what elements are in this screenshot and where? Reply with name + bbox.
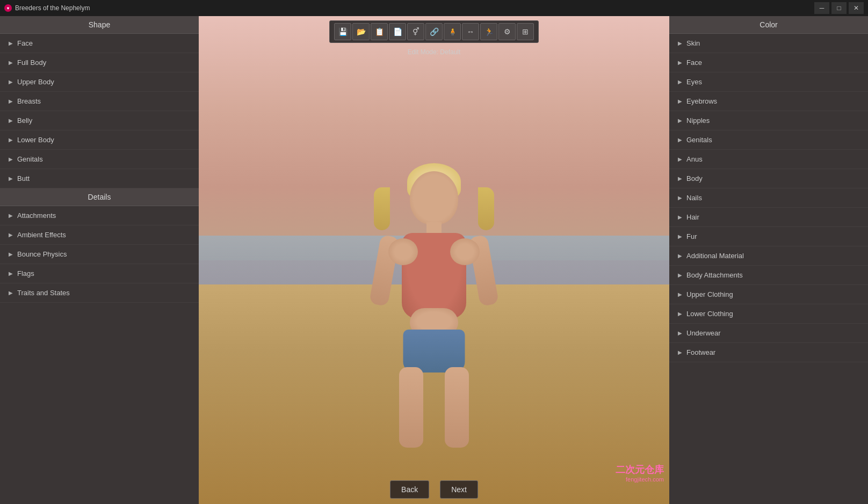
chevron-icon: ▶ bbox=[678, 291, 682, 297]
color-item-genitals-color[interactable]: ▶Genitals bbox=[669, 130, 868, 150]
shape-item-label: Full Body bbox=[17, 59, 46, 67]
chevron-icon: ▶ bbox=[9, 156, 13, 162]
color-item-upper-clothing[interactable]: ▶Upper Clothing bbox=[669, 285, 868, 304]
chevron-icon: ▶ bbox=[9, 251, 13, 257]
shape-item-face[interactable]: ▶Face bbox=[0, 34, 199, 53]
color-item-label: Eyes bbox=[686, 78, 702, 86]
main-layout: Shape ▶Face▶Full Body▶Upper Body▶Breasts… bbox=[0, 16, 868, 504]
shape-item-label: Genitals bbox=[17, 155, 43, 163]
chevron-icon: ▶ bbox=[9, 40, 13, 46]
color-item-label: Additional Material bbox=[686, 252, 744, 260]
chevron-icon: ▶ bbox=[9, 176, 13, 181]
color-item-face-color[interactable]: ▶Face bbox=[669, 53, 868, 72]
chevron-icon: ▶ bbox=[678, 311, 682, 317]
chevron-icon: ▶ bbox=[9, 232, 13, 238]
color-item-label: Body bbox=[686, 174, 703, 182]
shape-header: Shape bbox=[0, 16, 199, 34]
watermark: 二次元仓库 fengjitech.com bbox=[616, 463, 664, 483]
char-breast-left bbox=[388, 238, 418, 265]
color-item-label: Genitals bbox=[686, 136, 712, 144]
color-item-label: Footwear bbox=[686, 348, 715, 356]
close-button[interactable]: ✕ bbox=[849, 2, 864, 14]
color-item-underwear[interactable]: ▶Underwear bbox=[669, 324, 868, 343]
detail-item-label: Traits and States bbox=[17, 289, 70, 297]
chevron-icon: ▶ bbox=[678, 330, 682, 336]
shape-item-label: Belly bbox=[17, 116, 32, 125]
detail-item-attachments[interactable]: ▶Attachments bbox=[0, 206, 199, 225]
shape-item-genitals[interactable]: ▶Genitals bbox=[0, 150, 199, 169]
maximize-button[interactable]: □ bbox=[831, 2, 847, 14]
shape-item-butt[interactable]: ▶Butt bbox=[0, 169, 199, 188]
color-item-body[interactable]: ▶Body bbox=[669, 169, 868, 188]
chevron-icon: ▶ bbox=[678, 349, 682, 355]
chevron-icon: ▶ bbox=[9, 79, 13, 85]
shape-item-breasts[interactable]: ▶Breasts bbox=[0, 92, 199, 111]
chevron-icon: ▶ bbox=[9, 271, 13, 276]
chevron-icon: ▶ bbox=[9, 290, 13, 296]
color-item-label: Face bbox=[686, 59, 702, 67]
chevron-icon: ▶ bbox=[678, 60, 682, 65]
shape-item-lower-body[interactable]: ▶Lower Body bbox=[0, 130, 199, 150]
color-item-label: Upper Clothing bbox=[686, 290, 733, 298]
color-item-label: Nipples bbox=[686, 116, 710, 125]
chevron-icon: ▶ bbox=[678, 272, 682, 278]
color-item-label: Nails bbox=[686, 194, 702, 202]
char-shorts bbox=[403, 330, 465, 372]
detail-item-traits-states[interactable]: ▶Traits and States bbox=[0, 283, 199, 303]
color-item-eyebrows[interactable]: ▶Eyebrows bbox=[669, 92, 868, 111]
detail-item-label: Ambient Effects bbox=[17, 231, 66, 239]
shape-item-full-body[interactable]: ▶Full Body bbox=[0, 53, 199, 72]
chevron-icon: ▶ bbox=[678, 253, 682, 259]
color-item-label: Eyebrows bbox=[686, 97, 717, 105]
shape-item-belly[interactable]: ▶Belly bbox=[0, 111, 199, 130]
chevron-icon: ▶ bbox=[9, 98, 13, 104]
minimize-button[interactable]: ─ bbox=[814, 2, 829, 14]
color-item-body-attachments[interactable]: ▶Body Attachments bbox=[669, 266, 868, 285]
color-section: Color ▶Skin▶Face▶Eyes▶Eyebrows▶Nipples▶G… bbox=[669, 16, 868, 362]
color-item-eyes[interactable]: ▶Eyes bbox=[669, 72, 868, 92]
next-button[interactable]: Next bbox=[440, 480, 478, 499]
shape-section: Shape ▶Face▶Full Body▶Upper Body▶Breasts… bbox=[0, 16, 199, 188]
detail-item-flags[interactable]: ▶Flags bbox=[0, 264, 199, 283]
detail-item-bounce-physics[interactable]: ▶Bounce Physics bbox=[0, 245, 199, 264]
color-item-footwear[interactable]: ▶Footwear bbox=[669, 343, 868, 362]
color-item-label: Body Attachments bbox=[686, 271, 743, 279]
details-section: Details ▶Attachments▶Ambient Effects▶Bou… bbox=[0, 188, 199, 303]
color-item-label: Hair bbox=[686, 213, 699, 221]
chevron-icon: ▶ bbox=[678, 118, 682, 123]
color-item-label: Anus bbox=[686, 155, 703, 163]
char-hair-side-right bbox=[478, 187, 494, 230]
back-button[interactable]: Back bbox=[390, 480, 429, 499]
color-item-additional-material[interactable]: ▶Additional Material bbox=[669, 246, 868, 266]
char-leg-right bbox=[445, 367, 469, 448]
shape-item-label: Breasts bbox=[17, 97, 41, 105]
chevron-icon: ▶ bbox=[678, 233, 682, 239]
color-item-anus[interactable]: ▶Anus bbox=[669, 150, 868, 169]
chevron-icon: ▶ bbox=[9, 118, 13, 123]
color-item-skin[interactable]: ▶Skin bbox=[669, 34, 868, 53]
color-item-lower-clothing[interactable]: ▶Lower Clothing bbox=[669, 304, 868, 324]
details-header: Details bbox=[0, 188, 199, 206]
chevron-icon: ▶ bbox=[678, 156, 682, 162]
watermark-cn-text: 二次元仓库 bbox=[616, 463, 664, 476]
color-header: Color bbox=[669, 16, 868, 34]
window-controls: ─ □ ✕ bbox=[814, 2, 864, 14]
detail-item-label: Bounce Physics bbox=[17, 250, 67, 258]
char-leg-left bbox=[399, 367, 423, 448]
color-item-hair[interactable]: ▶Hair bbox=[669, 208, 868, 227]
title-bar: ♥ Breeders of the Nephelym ─ □ ✕ bbox=[0, 0, 868, 16]
color-item-nipples[interactable]: ▶Nipples bbox=[669, 111, 868, 130]
shape-item-upper-body[interactable]: ▶Upper Body bbox=[0, 72, 199, 92]
app-icon: ♥ bbox=[4, 4, 12, 12]
shape-item-label: Upper Body bbox=[17, 78, 54, 86]
color-item-label: Fur bbox=[686, 232, 697, 240]
detail-item-ambient-effects[interactable]: ▶Ambient Effects bbox=[0, 225, 199, 245]
chevron-icon: ▶ bbox=[9, 213, 13, 218]
chevron-icon: ▶ bbox=[678, 176, 682, 181]
char-breast-right bbox=[450, 238, 480, 265]
color-item-label: Lower Clothing bbox=[686, 310, 733, 318]
chevron-icon: ▶ bbox=[678, 79, 682, 85]
center-viewport: 💾 📂 📋 📄 ⚥ 🔗 🧍 ↔ 🏃 ⚙ ⊞ Edit Mode: Default bbox=[199, 16, 669, 504]
color-item-fur[interactable]: ▶Fur bbox=[669, 227, 868, 246]
color-item-nails[interactable]: ▶Nails bbox=[669, 188, 868, 208]
